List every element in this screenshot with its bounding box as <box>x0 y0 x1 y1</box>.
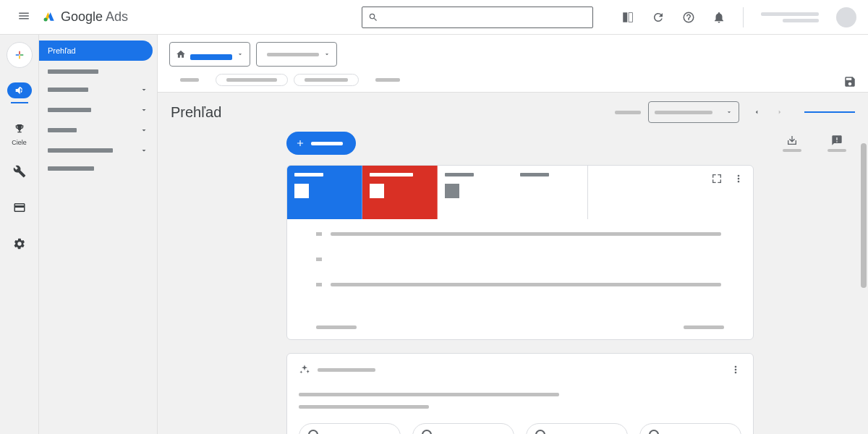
chevron-down-icon <box>140 106 148 114</box>
option-2[interactable] <box>412 423 514 434</box>
card-icon <box>13 201 26 214</box>
date-controls <box>615 101 855 123</box>
option-3[interactable] <box>526 423 628 434</box>
home-icon <box>176 49 186 59</box>
app-header: Google Ads <box>0 0 868 35</box>
rail-campaigns[interactable] <box>7 80 32 106</box>
nav-panel: Prehľad <box>39 35 158 434</box>
option-4[interactable] <box>639 423 741 434</box>
scrollbar-thumb[interactable] <box>861 143 867 288</box>
chevron-down-icon <box>140 126 148 135</box>
chevron-left-icon <box>753 109 760 116</box>
new-campaign-button[interactable] <box>286 132 356 155</box>
svg-point-0 <box>44 17 48 21</box>
google-ads-logo-icon <box>42 9 56 26</box>
header-actions <box>621 7 856 27</box>
date-prev-button[interactable] <box>746 102 767 122</box>
more-icon[interactable] <box>733 173 744 184</box>
rail-billing[interactable] <box>13 197 26 221</box>
account-info[interactable] <box>761 12 819 22</box>
nav-item-overview[interactable]: Prehľad <box>39 41 153 61</box>
trophy-icon <box>14 123 25 135</box>
metric-tab-3[interactable] <box>438 166 513 219</box>
metric-tab-2[interactable] <box>362 166 438 219</box>
hamburger-icon <box>17 9 30 22</box>
nav-item-6[interactable] <box>43 161 153 176</box>
nav-item-4[interactable] <box>43 120 153 140</box>
more-icon[interactable] <box>730 364 741 375</box>
metrics-tabs <box>287 166 753 219</box>
dropdown-arrow-icon <box>726 109 733 116</box>
plus-icon <box>295 138 305 148</box>
rail-admin[interactable] <box>13 233 26 258</box>
feedback-icon <box>831 135 843 146</box>
scrollbar[interactable] <box>861 93 867 434</box>
metric-tab-1[interactable] <box>287 166 362 219</box>
search-input[interactable] <box>362 7 593 28</box>
create-button[interactable] <box>7 42 33 68</box>
chart-footer <box>287 321 753 339</box>
chevron-right-icon <box>776 109 783 116</box>
date-label <box>615 111 641 114</box>
metric-tab-4[interactable] <box>513 166 588 219</box>
help-icon[interactable] <box>682 11 695 24</box>
top-controls <box>158 35 868 93</box>
chart-area <box>287 219 753 321</box>
page-title: Prehľad <box>171 104 221 121</box>
gear-icon <box>13 237 26 250</box>
filter-chip-3[interactable] <box>294 74 359 86</box>
option-1[interactable] <box>299 423 401 434</box>
chevron-down-icon <box>140 85 148 94</box>
brand-text: Google Ads <box>61 9 128 25</box>
rail-tools[interactable] <box>13 161 26 185</box>
download-icon <box>786 135 798 146</box>
nav-item-2[interactable] <box>43 80 153 100</box>
sparkle-icon <box>299 364 310 375</box>
megaphone-icon <box>14 85 25 96</box>
date-next-button[interactable] <box>770 102 790 122</box>
date-range-selector[interactable] <box>648 101 739 123</box>
metrics-card <box>286 165 754 340</box>
wrench-icon <box>13 165 26 178</box>
content-area: Prehľad <box>158 35 868 434</box>
main-scroll: Prehľad <box>158 93 868 434</box>
rail-goals-label: Ciele <box>12 139 27 146</box>
separator <box>743 7 744 27</box>
filter-chip-2[interactable] <box>216 74 288 86</box>
dropdown-arrow-icon <box>237 51 244 58</box>
appearance-icon[interactable] <box>621 11 634 24</box>
icon-rail: Ciele <box>0 35 39 434</box>
insights-card <box>286 353 754 434</box>
feedback-button[interactable] <box>827 135 846 152</box>
filter-chip-4[interactable] <box>365 74 411 86</box>
nav-item-5[interactable] <box>43 140 153 161</box>
dropdown-arrow-icon <box>323 51 331 58</box>
brand-logo[interactable]: Google Ads <box>42 9 128 26</box>
rail-goals[interactable]: Ciele <box>7 118 32 149</box>
adgroup-selector[interactable] <box>256 42 337 67</box>
nav-item-1[interactable] <box>43 64 153 80</box>
refresh-icon[interactable] <box>652 11 665 24</box>
user-avatar[interactable] <box>836 7 856 27</box>
plus-icon <box>13 48 26 61</box>
menu-toggle-button[interactable] <box>12 4 36 31</box>
download-button[interactable] <box>783 135 801 152</box>
indicator-line <box>804 111 855 113</box>
nav-item-3[interactable] <box>43 100 153 120</box>
expand-icon[interactable] <box>711 173 723 184</box>
campaign-selector[interactable] <box>169 42 250 67</box>
chevron-down-icon <box>140 146 148 155</box>
filter-chip-1[interactable] <box>169 74 210 86</box>
notifications-icon[interactable] <box>712 11 726 24</box>
search-icon <box>368 12 378 22</box>
save-view-icon[interactable] <box>843 75 856 88</box>
